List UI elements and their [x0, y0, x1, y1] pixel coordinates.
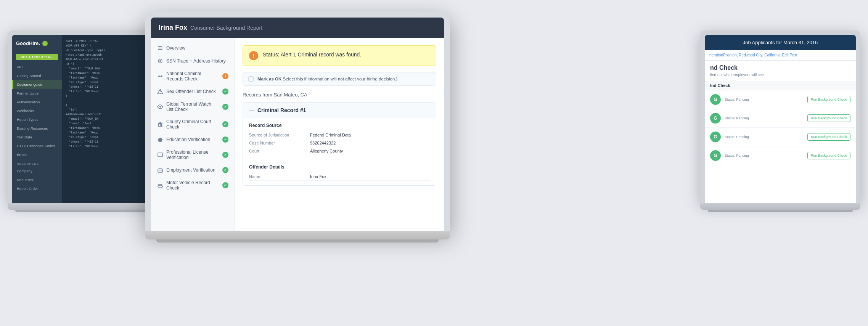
mark-ok-desc: Select this if information will not affe…: [283, 77, 397, 81]
record-source-title: Record Source: [249, 123, 430, 128]
right-laptop-base: [700, 203, 860, 210]
nav-item-terrorist[interactable]: Global Terrorist Watch List Check: [151, 98, 235, 116]
nav-item-overview[interactable]: Overview: [151, 42, 235, 55]
nav-label-professional-license: Professional License Verification: [166, 149, 219, 160]
nav-label-education: Education Verification: [166, 137, 210, 142]
sidebar-item-authentication[interactable]: Authentication: [12, 98, 62, 106]
sidebar-item-existing-resources[interactable]: Existing Resources: [12, 124, 62, 133]
sidebar-item-test-data[interactable]: Test Data: [12, 133, 62, 141]
record-label-source: Source of Jurisdiction: [249, 133, 310, 137]
nav-item-motor-vehicle[interactable]: Motor Vehicle Record Check: [151, 177, 235, 194]
nav-item-national-criminal[interactable]: National Criminal Records Check: [151, 67, 235, 85]
applicant-item-1: G Status: Pending Run Background Check: [705, 90, 856, 109]
svg-rect-8: [158, 186, 162, 187]
logo-text: GoodHire.: [16, 40, 40, 46]
alert-status-label: Status: Alert: [263, 51, 291, 58]
nav-label-employment: Employment Verification: [166, 167, 215, 173]
record-value-name: Irina Fox: [310, 174, 326, 179]
center-laptop-base: [145, 231, 450, 239]
check-badge-education: [222, 137, 228, 143]
left-laptop-foot: [15, 210, 160, 212]
sidebar-item-webhooks[interactable]: Webhooks: [12, 106, 62, 115]
sidebar-item-report-types[interactable]: Report Types: [12, 115, 62, 124]
briefcase-icon: [157, 167, 163, 173]
scene: GoodHire. GET A TEST API K... API Gettin…: [0, 0, 868, 326]
warning-icon: [157, 88, 163, 95]
avatar-3: G: [710, 132, 721, 142]
sidebar-item-http-response[interactable]: HTTP Response Codes: [12, 141, 62, 150]
left-screen-inner: GoodHire. GET A TEST API K... API Gettin…: [12, 35, 163, 203]
right-edit-link[interactable]: Edit Post: [782, 53, 797, 57]
applicant-info-2: Status: Pending: [725, 116, 807, 120]
center-nav: Overview SSN Trace + Address History Nat…: [151, 38, 235, 231]
alert-icon: [249, 51, 258, 60]
avatar-2: G: [710, 113, 721, 124]
center-body: Overview SSN Trace + Address History Nat…: [151, 38, 444, 231]
sidebar-item-company[interactable]: Company: [12, 167, 62, 175]
nav-item-ssn[interactable]: SSN Trace + Address History: [151, 55, 235, 67]
applicant-item-4: G Status: Pending Run Background Check: [705, 146, 856, 165]
sidebar-item-errors[interactable]: Errors: [12, 150, 62, 159]
left-laptop-base: [8, 203, 168, 210]
sidebar-item-customer-guide[interactable]: Customer guide: [12, 80, 62, 89]
ok-checkbox-area[interactable]: Mark as OK Select this if information wi…: [243, 72, 436, 86]
sidebar-item-getting-started[interactable]: Getting Started: [12, 71, 62, 80]
warn-badge-national: [222, 73, 228, 79]
center-screen-outer: Irina Fox Consumer Background Report Ove…: [145, 11, 450, 231]
applicant-info-3: Status: Pending: [725, 135, 807, 139]
record-card-title: Criminal Record #1: [257, 107, 306, 113]
scale-icon: [157, 73, 163, 79]
nav-item-professional-license[interactable]: Professional License Verification: [151, 146, 235, 164]
check-badge-sex-offender: [222, 88, 228, 95]
api-button[interactable]: GET A TEST API K...: [16, 54, 58, 60]
applicant-item-3: G Status: Pending Run Background Check: [705, 128, 856, 146]
offender-details-title: Offender Details: [249, 164, 430, 170]
offender-details-section: Offender Details Name Irina Fox: [243, 160, 436, 185]
report-type: Consumer Background Report: [190, 25, 262, 31]
bank-icon: [157, 121, 163, 127]
right-section-desc: find out what employers will see.: [705, 73, 856, 81]
svg-rect-6: [158, 153, 162, 157]
fingerprint-icon: [157, 58, 163, 64]
right-section-title: nd Check: [705, 61, 856, 73]
dash-icon: —: [249, 107, 254, 113]
run-background-check-btn-4[interactable]: Run Background Check: [807, 152, 850, 159]
check-badge-professional: [222, 152, 228, 158]
nav-label-overview: Overview: [166, 45, 185, 51]
sidebar-item-partner-guide[interactable]: Partner guide: [12, 89, 62, 98]
record-source-section: Record Source Source of Jurisdiction Fed…: [243, 118, 436, 160]
svg-point-9: [159, 187, 159, 188]
run-background-check-btn-2[interactable]: Run Background Check: [807, 114, 850, 122]
right-position-text: nerationPosition, Redwood City, Californ…: [709, 53, 781, 57]
sidebar-item-api[interactable]: API: [12, 63, 62, 71]
logo-dot-icon: [42, 41, 48, 46]
menu-icon: [157, 45, 163, 51]
sidebar-item-requestor[interactable]: Requestor: [12, 175, 62, 184]
car-icon: [157, 182, 163, 188]
sidebar-item-report-order[interactable]: Report Order: [12, 184, 62, 193]
record-label-name: Name: [249, 174, 310, 179]
svg-point-5: [159, 106, 161, 108]
applicant-status-3: Status: Pending: [725, 135, 807, 139]
alert-box: Status: Alert 1 Criminal record was foun…: [243, 45, 436, 66]
records-from-title: Records from San Mateo, CA: [243, 92, 436, 98]
run-background-check-btn-3[interactable]: Run Background Check: [807, 133, 850, 141]
center-screen-inner: Irina Fox Consumer Background Report Ove…: [151, 18, 444, 231]
center-content: Status: Alert 1 Criminal record was foun…: [235, 38, 444, 231]
record-row-name: Name Irina Fox: [249, 173, 430, 181]
nav-item-education[interactable]: Education Verification: [151, 133, 235, 146]
nav-item-employment[interactable]: Employment Verification: [151, 164, 235, 177]
right-screen-outer: Job Applicants for March 31, 2016 nerati…: [700, 31, 860, 203]
graduation-icon: [157, 137, 163, 143]
nav-label-sex-offender: Sex Offender List Check: [166, 89, 216, 94]
nav-item-county-criminal[interactable]: County Criminal Court Check: [151, 116, 235, 133]
nav-label-national-criminal: National Criminal Records Check: [166, 71, 219, 82]
run-background-check-btn-1[interactable]: Run Background Check: [807, 96, 850, 103]
record-row-court: Court Allegheny County: [249, 147, 430, 155]
mark-ok-checkbox[interactable]: [248, 76, 254, 82]
laptop-right: Job Applicants for March 31, 2016 nerati…: [700, 31, 860, 212]
record-value-source: Federal Criminal Data: [310, 133, 351, 137]
criminal-record-card: — Criminal Record #1 Record Source Sourc…: [243, 102, 436, 186]
right-sub-header: nerationPosition, Redwood City, Californ…: [705, 50, 856, 61]
nav-item-sex-offender[interactable]: Sex Offender List Check: [151, 85, 235, 98]
